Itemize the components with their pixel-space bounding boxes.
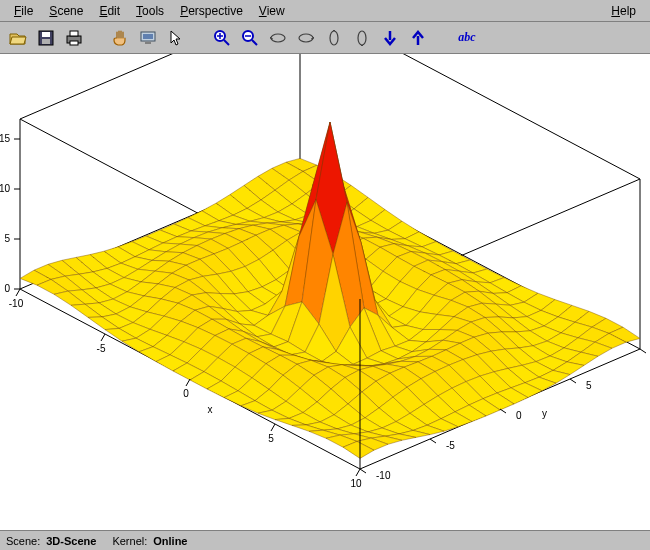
svg-point-18	[330, 31, 338, 45]
save-icon[interactable]	[34, 26, 58, 50]
svg-text:15: 15	[0, 133, 10, 144]
cursor-icon[interactable]	[164, 26, 188, 50]
abc-label-icon[interactable]: abc	[452, 26, 482, 50]
arrow-up-icon[interactable]	[406, 26, 430, 50]
menu-file[interactable]: File	[6, 2, 41, 20]
svg-text:x: x	[208, 404, 213, 415]
svg-rect-7	[143, 34, 153, 39]
rotate-left-icon[interactable]	[266, 26, 290, 50]
status-kernel-value: Online	[153, 535, 187, 547]
toolbar: abc	[0, 22, 650, 54]
svg-point-16	[271, 34, 285, 42]
svg-rect-5	[70, 41, 78, 45]
rotate-right-icon[interactable]	[294, 26, 318, 50]
svg-text:-10: -10	[376, 470, 391, 481]
arrow-down-icon[interactable]	[378, 26, 402, 50]
zoom-out-icon[interactable]	[238, 26, 262, 50]
svg-line-47	[500, 409, 506, 413]
svg-text:0: 0	[516, 410, 522, 421]
rotate-up-icon[interactable]	[322, 26, 346, 50]
status-scene-label: Scene:	[6, 535, 40, 547]
svg-line-30	[20, 54, 300, 119]
svg-text:10: 10	[350, 478, 362, 489]
svg-point-19	[358, 31, 366, 45]
open-icon[interactable]	[6, 26, 30, 50]
monitor-icon[interactable]	[136, 26, 160, 50]
svg-line-43	[360, 469, 366, 473]
status-scene-value: 3D-Scene	[46, 535, 96, 547]
menu-perspective[interactable]: Perspective	[172, 2, 251, 20]
svg-text:0: 0	[183, 388, 189, 399]
svg-line-40	[356, 469, 360, 476]
status-kernel-label: Kernel:	[112, 535, 147, 547]
svg-text:10: 10	[0, 183, 10, 194]
svg-text:-5: -5	[446, 440, 455, 451]
svg-line-49	[570, 379, 576, 383]
rotate-down-icon[interactable]	[350, 26, 374, 50]
svg-line-14	[252, 40, 257, 45]
svg-text:5: 5	[268, 433, 274, 444]
svg-line-10	[224, 40, 229, 45]
svg-line-36	[186, 379, 190, 386]
zoom-in-icon[interactable]	[210, 26, 234, 50]
svg-line-38	[271, 424, 275, 431]
svg-rect-1	[42, 32, 50, 37]
svg-text:5: 5	[586, 380, 592, 391]
svg-point-17	[299, 34, 313, 42]
menu-scene[interactable]: Scene	[41, 2, 91, 20]
svg-line-32	[16, 289, 20, 296]
svg-line-45	[430, 439, 436, 443]
svg-line-51	[640, 349, 646, 353]
svg-text:-5: -5	[97, 343, 106, 354]
svg-text:-10: -10	[9, 298, 24, 309]
svg-line-34	[101, 334, 105, 341]
menu-edit[interactable]: Edit	[91, 2, 128, 20]
svg-line-29	[300, 54, 640, 179]
menu-view[interactable]: View	[251, 2, 293, 20]
svg-rect-8	[145, 42, 151, 44]
svg-text:5: 5	[4, 233, 10, 244]
svg-rect-2	[42, 39, 50, 44]
menu-tools[interactable]: Tools	[128, 2, 172, 20]
menu-help[interactable]: Help	[603, 2, 644, 20]
menubar: File Scene Edit Tools Perspective View H…	[0, 0, 650, 22]
print-icon[interactable]	[62, 26, 86, 50]
svg-rect-4	[70, 31, 78, 36]
plot-canvas[interactable]: -10-50510x-10-50510y051015z	[0, 54, 650, 530]
svg-text:y: y	[542, 408, 547, 419]
statusbar: Scene: 3D-Scene Kernel: Online	[0, 530, 650, 550]
svg-text:0: 0	[4, 283, 10, 294]
pan-hand-icon[interactable]	[108, 26, 132, 50]
